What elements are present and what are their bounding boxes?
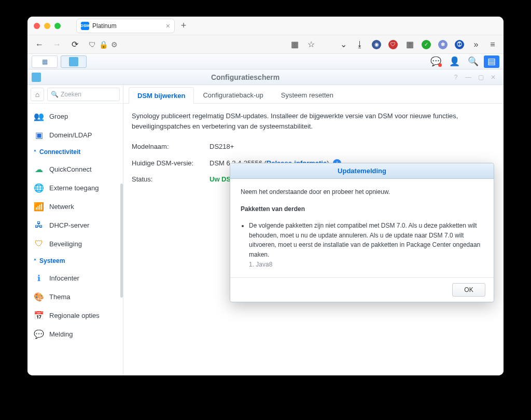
tab-config-backup[interactable]: Configuratieback-up [194,87,272,103]
ext-icon-4[interactable]: ✓ [421,39,432,50]
dsm-chat-icon[interactable]: 💬 [428,55,443,68]
back-button[interactable]: ← [33,38,46,51]
dsm-user-icon[interactable]: 👤 [446,55,462,68]
tab-system-reset[interactable]: Systeem resetten [272,87,342,103]
sidebar-item-label: Netwerk [49,203,74,211]
sidebar-item-external-access[interactable]: 🌐Externe toegang [27,178,123,197]
search-placeholder: Zoeken [61,91,81,98]
sidebar-item-label: QuickConnect [49,165,92,173]
sidebar-section-system[interactable]: ˄Systeem [27,253,123,269]
browser-extension-icons: ▦ ☆ ⌄ ⭳ ◉ 🛡 ▦ ✓ ✽ ⓵ » ≡ [289,39,498,50]
dsm-main-menu-button[interactable]: ▦ [32,55,58,68]
version-label: Huidige DSM-versie: [132,158,209,169]
ext-icon-6[interactable]: ⓵ [454,39,465,50]
chevron-up-icon: ˄ [34,258,36,264]
model-row: Modelnaam: DS218+ [132,138,495,155]
dialog-package-1: 1. Java8 [249,261,272,268]
reload-button[interactable]: ⟳ [68,38,81,51]
tab-dsm-update[interactable]: DSM bijwerken [129,87,194,104]
sidebar-item-security[interactable]: 🛡Beveiliging [27,234,123,253]
ok-button[interactable]: OK [452,283,485,297]
dhcp-icon: 🖧 [34,220,44,230]
model-label: Modelnaam: [132,142,209,152]
apps-icon[interactable]: ▦ [289,39,300,50]
ldap-icon: ▣ [34,130,44,140]
sidebar-item-infocenter[interactable]: ℹInfocenter [27,269,123,287]
window-maximize-icon[interactable]: ▢ [476,73,485,82]
info-icon: ℹ [34,273,44,283]
sidebar-item-label: Regionale opties [49,312,100,319]
ext-icon-1[interactable]: ◉ [371,39,382,50]
sidebar-item-label: Thema [49,293,70,301]
shield-icon: 🛡 [89,40,96,49]
download-icon[interactable]: ⭳ [354,39,366,50]
sidebar-item-quickconnect[interactable]: ☁QuickConnect [27,160,123,178]
sidebar-item-dhcp[interactable]: 🖧DHCP-server [27,216,123,234]
menu-icon[interactable]: ≡ [487,39,498,50]
macos-titlebar: DSM Platinum × + [27,17,504,35]
chevron-up-icon: ˄ [34,149,36,155]
window-minimize-icon[interactable]: — [464,73,473,82]
browser-tab[interactable]: DSM Platinum × [76,19,175,33]
regional-icon: 📅 [34,310,44,320]
bookmark-star-icon[interactable]: ☆ [305,39,317,50]
window-help-icon[interactable]: ? [451,73,460,82]
search-icon: 🔍 [51,91,59,98]
sidebar-item-notification[interactable]: 💬Melding [27,325,123,343]
minimize-window-button[interactable] [44,23,50,29]
sidebar-item-label: Domein/LDAP [49,131,92,139]
ext-icon-2[interactable]: 🛡 [387,39,399,50]
control-panel-titlebar: Configuratiescherm ? — ▢ ✕ [27,69,504,85]
dialog-footer: OK [230,277,494,302]
control-panel-body: ⌂ 🔍 Zoeken 👥Groep ▣Domein/LDAP ˄Connecti… [27,85,504,375]
sidebar-section-connectivity[interactable]: ˄Connectiviteit [27,144,123,160]
tab-favicon: DSM [81,22,89,30]
sidebar-item-network[interactable]: 📶Netwerk [27,197,123,216]
shield-icon: 🛡 [34,239,44,249]
maximize-window-button[interactable] [54,23,61,29]
ext-icon-3[interactable]: ▦ [404,39,415,50]
update-notification-dialog: Updatemelding Neem het onderstaande door… [230,163,494,302]
dialog-intro: Neem het onderstaande door en probeer he… [241,187,483,197]
sidebar-item-regional[interactable]: 📅Regionale opties [27,306,123,325]
traffic-lights [34,23,61,29]
dsm-control-panel-task[interactable] [61,55,87,68]
sidebar-item-theme[interactable]: 🎨Thema [27,287,123,306]
sidebar-scrollbar[interactable] [120,184,123,298]
ext-icon-5[interactable]: ✽ [437,39,449,50]
sidebar-section-label: Systeem [39,257,65,264]
tab-bar: DSM bijwerken Configuratieback-up Systee… [123,85,504,104]
dsm-taskbar: ▦ 💬 👤 🔍 ▤ [27,54,504,69]
forward-button[interactable]: → [50,38,64,51]
notification-icon: 💬 [34,329,44,339]
tab-title: Platinum [92,22,117,30]
new-tab-button[interactable]: + [177,19,190,33]
sidebar-item-group[interactable]: 👥Groep [27,107,123,125]
dsm-search-icon[interactable]: 🔍 [465,55,481,68]
sidebar-section-label: Connectiviteit [39,148,80,156]
update-description: Synology publiceert regelmatig DSM-updat… [132,111,495,131]
control-panel-icon [32,73,41,82]
window-close-icon[interactable]: ✕ [488,73,498,82]
sidebar-search-input[interactable]: 🔍 Zoeken [47,88,120,101]
sidebar-list: 👥Groep ▣Domein/LDAP ˄Connectiviteit ☁Qui… [27,104,123,375]
palette-icon: 🎨 [34,291,44,302]
url-bar[interactable]: 🛡 🔒 ⚙ [86,40,121,49]
lock-icon: 🔒 [99,40,108,49]
group-icon: 👥 [34,111,44,121]
main-panel: DSM bijwerken Configuratieback-up Systee… [123,85,504,375]
dialog-item-text: De volgende pakketten zijn niet compatib… [249,222,480,258]
sidebar-home-button[interactable]: ⌂ [31,88,44,101]
close-window-button[interactable] [34,23,40,29]
close-tab-icon[interactable]: × [166,22,170,30]
tabstrip: DSM Platinum × + [76,19,190,33]
dsm-widgets-icon[interactable]: ▤ [484,55,499,68]
overflow-icon[interactable]: » [470,39,482,50]
dialog-body: Neem het onderstaande door en probeer he… [230,179,494,277]
browser-window: DSM Platinum × + ← → ⟳ 🛡 🔒 ⚙ ▦ ☆ ⌄ ⭳ ◉ 🛡… [27,17,504,375]
sidebar-item-domain[interactable]: ▣Domein/LDAP [27,125,123,144]
sidebar-item-label: Externe toegang [49,184,99,192]
sidebar-item-label: Groep [49,113,68,120]
pocket-icon[interactable]: ⌄ [338,39,349,50]
sidebar: ⌂ 🔍 Zoeken 👥Groep ▣Domein/LDAP ˄Connecti… [27,85,123,375]
